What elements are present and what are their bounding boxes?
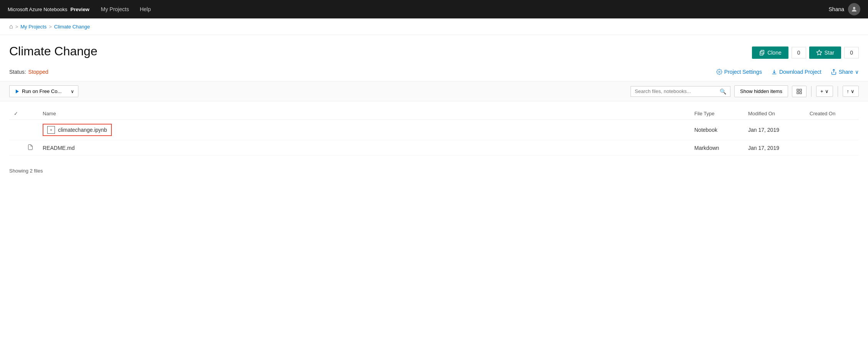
svg-rect-8 (797, 92, 799, 94)
show-hidden-label: Show hidden items (740, 88, 782, 94)
avatar[interactable] (848, 3, 860, 15)
breadcrumb-sep-2: > (49, 24, 52, 30)
svg-rect-2 (761, 50, 764, 54)
add-icon: + (820, 88, 823, 94)
row-1-filename: climatechange.ipynb (58, 127, 107, 133)
user-section: Shana (829, 3, 860, 15)
star-count: 0 (844, 47, 859, 58)
file-table-container: ✓ Name File Type Modified On Created On … (0, 101, 868, 162)
breadcrumb: ⌂ > My Projects > Climate Change (0, 18, 868, 35)
notebook-file-icon: ≡ (47, 126, 55, 134)
project-settings-label: Project Settings (724, 69, 762, 75)
row-2-created (805, 140, 859, 156)
toolbar: Run on Free Co... ∨ 🔍 Show hidden items … (0, 81, 868, 101)
row-1-filetype: Notebook (690, 120, 744, 140)
view-toggle-button[interactable] (792, 86, 807, 97)
row-2-icon (23, 140, 38, 156)
status-left: Status: Stopped (9, 69, 48, 75)
file-table: ✓ Name File Type Modified On Created On … (9, 108, 859, 156)
star-label: Star (825, 50, 835, 56)
search-box: 🔍 (631, 86, 730, 97)
show-hidden-button[interactable]: Show hidden items (734, 85, 788, 97)
row-1-modified: Jan 17, 2019 (744, 120, 805, 140)
toolbar-divider-2 (838, 86, 838, 97)
row-2-modified: Jan 17, 2019 (744, 140, 805, 156)
col-header-check: ✓ (9, 108, 23, 120)
app-brand: Microsoft Azure Notebooks (8, 7, 67, 12)
sort-icon: ↑ (847, 88, 850, 94)
table-row: README.md Markdown Jan 17, 2019 (9, 140, 859, 156)
status-actions: Project Settings Download Project Share … (716, 69, 859, 75)
check-header-icon: ✓ (14, 111, 18, 116)
nav-my-projects[interactable]: My Projects (101, 6, 129, 12)
svg-point-4 (719, 71, 720, 73)
run-dropdown-icon: ∨ (71, 89, 74, 94)
status-bar: Status: Stopped Project Settings Downloa… (0, 65, 868, 81)
add-button[interactable]: + ∨ (816, 86, 833, 97)
star-button[interactable]: Star (809, 46, 841, 59)
run-label: Run on Free Co... (22, 88, 61, 94)
file-count: Showing 2 files (9, 168, 43, 174)
run-button[interactable]: Run on Free Co... (9, 85, 67, 97)
svg-marker-3 (817, 50, 822, 55)
search-icon: 🔍 (720, 88, 726, 95)
row-1-created (805, 120, 859, 140)
sort-dropdown-icon: ∨ (851, 88, 855, 94)
run-group: Run on Free Co... ∨ (9, 85, 78, 97)
search-input[interactable] (635, 88, 720, 94)
top-navigation: Microsoft Azure Notebooks Preview My Pro… (0, 0, 868, 18)
row-2-filetype: Markdown (690, 140, 744, 156)
download-label: Download Project (779, 69, 822, 75)
svg-rect-7 (800, 89, 802, 91)
breadcrumb-home[interactable]: ⌂ (9, 23, 13, 30)
col-header-modified: Modified On (744, 108, 805, 120)
add-dropdown-icon: ∨ (825, 88, 829, 94)
nav-help[interactable]: Help (140, 6, 151, 12)
clone-label: Clone (767, 50, 782, 56)
row-2-name[interactable]: README.md (38, 140, 690, 156)
svg-rect-1 (760, 51, 763, 55)
toolbar-divider-1 (811, 86, 812, 97)
page-header: Climate Change Clone 0 Star 0 (0, 35, 868, 65)
status-value: Stopped (28, 69, 48, 75)
col-header-name: Name (38, 108, 690, 120)
sort-button[interactable]: ↑ ∨ (843, 86, 859, 97)
share-label: Share (839, 69, 853, 75)
col-header-created: Created On (805, 108, 859, 120)
nav-links: My Projects Help (101, 6, 829, 12)
breadcrumb-current: Climate Change (54, 24, 90, 30)
table-row: ≡ climatechange.ipynb Notebook Jan 17, 2… (9, 120, 859, 140)
share-chevron: ∨ (855, 69, 859, 75)
clone-count: 0 (792, 47, 806, 58)
breadcrumb-my-projects[interactable]: My Projects (20, 24, 46, 30)
status-label: Status: (9, 69, 26, 75)
svg-marker-5 (16, 90, 19, 93)
row-1-icon (23, 120, 38, 140)
col-header-icon (23, 108, 38, 120)
download-project-button[interactable]: Download Project (771, 69, 822, 75)
svg-rect-9 (800, 92, 802, 94)
footer: Showing 2 files (0, 162, 868, 180)
row-1-name[interactable]: ≡ climatechange.ipynb (38, 120, 690, 140)
app-preview: Preview (70, 7, 89, 12)
header-actions: Clone 0 Star 0 (752, 46, 859, 59)
svg-rect-6 (797, 89, 799, 91)
username: Shana (829, 6, 844, 12)
svg-point-0 (853, 7, 855, 9)
row-2-check (9, 140, 23, 156)
share-button[interactable]: Share ∨ (831, 69, 859, 75)
run-dropdown-button[interactable]: ∨ (67, 85, 78, 97)
col-header-filetype: File Type (690, 108, 744, 120)
clone-button[interactable]: Clone (752, 46, 788, 59)
page-title: Climate Change (9, 44, 97, 58)
breadcrumb-sep-1: > (15, 24, 18, 30)
table-header-row: ✓ Name File Type Modified On Created On (9, 108, 859, 120)
project-settings-button[interactable]: Project Settings (716, 69, 762, 75)
row-1-check (9, 120, 23, 140)
